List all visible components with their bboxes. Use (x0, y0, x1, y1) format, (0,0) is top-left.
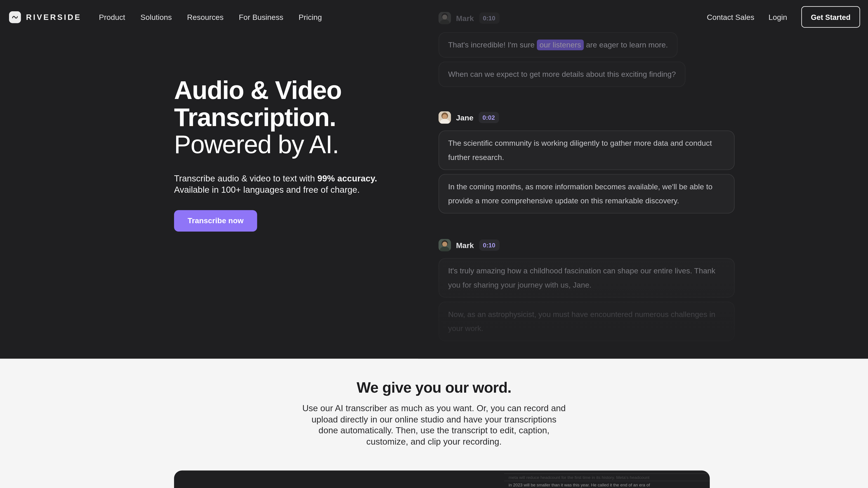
transcript-editor-rows: meta will reduce headcount for the first… (504, 473, 730, 488)
hero-subtitle-pre: Transcribe audio & video to text with (174, 173, 317, 183)
section-body: Use our AI transcriber as much as you wa… (301, 403, 567, 447)
nav-item-resources[interactable]: Resources (187, 13, 223, 21)
page: RIVERSIDE Product Solutions Resources Fo… (0, 0, 868, 488)
transcript-demo: Mark 0:10 That's incredible! I'm sure ou… (438, 0, 744, 341)
message-bubble: That's incredible! I'm sure our listener… (438, 32, 677, 58)
riverside-logo[interactable]: RIVERSIDE (9, 11, 81, 23)
message-bubble: It's truly amazing how a childhood fasci… (438, 258, 735, 298)
nav-item-for-business[interactable]: For Business (239, 13, 283, 21)
primary-nav: Product Solutions Resources For Business… (99, 13, 322, 21)
transcript-row: meta will reduce headcount for the first… (504, 473, 730, 481)
hero-section: RIVERSIDE Product Solutions Resources Fo… (0, 0, 868, 359)
transcript-row: in 2023 will be smaller than it was this… (504, 481, 730, 488)
hero-title-line3: Powered by AI. (174, 131, 411, 158)
hero-subtitle-bold: 99% accuracy. (317, 173, 377, 183)
hero-subtitle: Transcribe audio & video to text with 99… (174, 173, 411, 195)
hero-title-line2: Transcription. (174, 103, 336, 132)
message-group-mark: Mark 0:10 It's truly amazing how a child… (438, 238, 744, 341)
hero-title-line1: Audio & Video (174, 76, 342, 105)
avatar-mark (438, 239, 451, 252)
message-header: Jane 0:02 (438, 111, 744, 124)
message-text: are eager to learn more. (584, 41, 668, 49)
avatar-jane (438, 111, 451, 124)
section-heading: We give you our word. (0, 379, 868, 397)
hero-copy: Audio & VideoTranscription. Powered by A… (174, 77, 411, 232)
nav-item-pricing[interactable]: Pricing (299, 13, 322, 21)
riverside-wave-icon (9, 11, 21, 23)
nav-right: Contact Sales Login Get Started (707, 6, 860, 28)
timestamp-badge: 0:10 (479, 239, 499, 251)
get-started-button[interactable]: Get Started (801, 6, 860, 28)
message-text: That's incredible! I'm sure (448, 41, 537, 49)
brand-name: RIVERSIDE (26, 12, 81, 22)
top-nav: RIVERSIDE Product Solutions Resources Fo… (0, 0, 868, 34)
speaker-name: Mark (456, 241, 474, 250)
word-section: We give you our word. Use our AI transcr… (0, 359, 868, 488)
timestamp-badge: 0:02 (478, 112, 499, 123)
transcribe-now-button[interactable]: Transcribe now (174, 210, 257, 232)
message-group-jane: Jane 0:02 The scientific community is wo… (438, 111, 744, 214)
message-bubble: When can we expect to get more details a… (438, 62, 685, 87)
message-bubble: Now, as an astrophysicist, you must have… (438, 302, 735, 341)
message-header: Mark 0:10 (438, 238, 744, 252)
hero-title: Audio & VideoTranscription. (174, 77, 411, 131)
highlighted-words: our listeners (537, 39, 584, 51)
nav-item-product[interactable]: Product (99, 13, 125, 21)
message-bubble: In the coming months, as more informatio… (438, 174, 735, 214)
contact-sales-link[interactable]: Contact Sales (707, 13, 754, 21)
login-link[interactable]: Login (769, 13, 787, 21)
hero-subtitle-rest: Available in 100+ languages and free of … (174, 185, 360, 195)
speaker-name: Jane (456, 113, 473, 122)
transcript-editor-panel: meta will reduce headcount for the first… (174, 470, 710, 488)
nav-item-solutions[interactable]: Solutions (141, 13, 172, 21)
message-bubble: The scientific community is working dili… (438, 131, 735, 170)
